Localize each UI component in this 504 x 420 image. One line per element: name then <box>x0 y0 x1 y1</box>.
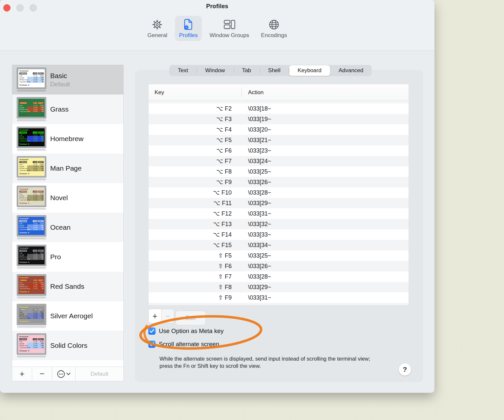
profile-name: Man Page <box>50 164 82 172</box>
thumbnail-reflection <box>17 356 46 358</box>
profile-actions-menu-button[interactable] <box>52 367 75 381</box>
column-header-action[interactable]: Action <box>242 89 263 96</box>
profile-list-item-ocean[interactable]: Terminal# COMMAND %CPU RPRVT top4.1%231K… <box>12 213 123 242</box>
thumbnail-reflection <box>17 178 46 181</box>
profile-list-item-silver-aerogel[interactable]: Terminal# COMMAND %CPU RPRVT top4.1%231K… <box>12 301 123 331</box>
action-cell: \033[31~ <box>242 210 271 217</box>
key-mapping-row[interactable]: ⌥ F7 \033[24~ <box>149 156 409 166</box>
profile-list-item-basic[interactable]: Terminal# COMMAND %CPU RPRVT top4.1%231K… <box>12 65 123 94</box>
partial-row <box>149 303 409 305</box>
table-header: Key Action <box>149 84 409 101</box>
key-mapping-row[interactable]: ⌥ F8 \033[25~ <box>149 166 409 177</box>
toolbar-item-window-groups[interactable]: Window Groups <box>205 16 253 41</box>
edit-key-button[interactable]: Edit <box>176 311 206 325</box>
gear-icon <box>150 18 164 32</box>
profile-list-item-man-page[interactable]: Terminal# COMMAND %CPU RPRVT top4.1%231K… <box>12 154 123 183</box>
profile-thumbnail: Terminal# COMMAND %CPU RPRVT top4.1%231K… <box>17 215 46 237</box>
toolbar-label-profiles: Profiles <box>179 32 198 39</box>
add-profile-button[interactable]: + <box>12 367 32 381</box>
profile-list-item-pro[interactable]: Terminal# COMMAND %CPU RPRVT top4.1%231K… <box>12 242 123 272</box>
toolbar-item-profiles[interactable]: Profiles <box>175 16 202 41</box>
use-option-as-meta-checkbox[interactable] <box>148 327 156 335</box>
tab-window[interactable]: Window <box>197 65 233 76</box>
key-cell: ⌥ F7 <box>149 158 242 165</box>
key-mapping-row[interactable]: ⌥ F10 \033[28~ <box>149 187 409 198</box>
scroll-alternate-screen-checkbox[interactable] <box>148 341 156 348</box>
help-button[interactable]: ? <box>399 363 411 376</box>
checkmark-icon <box>150 342 154 346</box>
toolbar-item-general[interactable]: General <box>143 16 171 41</box>
key-cell: ⇧ F9 <box>149 294 242 301</box>
thumbnail-reflection <box>17 326 46 328</box>
toolbar-item-encodings[interactable]: Encodings <box>257 16 291 41</box>
key-mapping-row[interactable]: ⌥ F2 \033[18~ <box>149 103 409 114</box>
action-cell: \033[29~ <box>242 284 271 291</box>
profile-list-footer: + − Default <box>12 367 123 381</box>
key-mapping-row[interactable]: ⌥ F11 \033[29~ <box>149 198 409 208</box>
remove-key-button[interactable]: − <box>161 309 174 323</box>
add-key-button[interactable]: + <box>148 309 161 323</box>
chevron-down-icon <box>66 372 71 375</box>
action-cell: \033[34~ <box>242 242 271 249</box>
key-mapping-row[interactable]: ⌥ F13 \033[32~ <box>149 219 409 229</box>
profile-name: Solid Colors <box>50 342 87 349</box>
profile-list-item-homebrew[interactable]: Terminal# COMMAND %CPU RPRVT top4.1%231K… <box>12 124 123 154</box>
profile-list-item-red-sands[interactable]: Terminal# COMMAND %CPU RPRVT top4.1%231K… <box>12 272 123 301</box>
key-cell: ⇧ F8 <box>149 284 242 291</box>
terminal-preview: Terminal# COMMAND %CPU RPRVT top4.1%231K… <box>18 158 45 176</box>
action-cell: \033[25~ <box>242 168 271 175</box>
key-mapping-row[interactable]: ⇧ F6 \033[26~ <box>149 261 409 271</box>
profile-list-item-grass[interactable]: Terminal# COMMAND %CPU RPRVT top4.1%231K… <box>12 94 123 124</box>
remove-profile-button[interactable]: − <box>32 367 52 381</box>
tab-tab[interactable]: Tab <box>234 65 260 76</box>
window-groups-icon <box>222 18 236 32</box>
key-mapping-row[interactable]: ⌥ F15 \033[34~ <box>149 240 409 250</box>
key-mapping-row[interactable]: ⌥ F4 \033[20~ <box>149 124 409 135</box>
profile-thumbnail: Terminal# COMMAND %CPU RPRVT top4.1%231K… <box>17 274 46 296</box>
profile-name: Grass <box>50 105 69 113</box>
profile-thumbnail: Terminal# COMMAND %CPU RPRVT top4.1%231K… <box>17 68 46 89</box>
key-mapping-row[interactable]: ⌥ F14 \033[33~ <box>149 229 409 240</box>
action-cell: \033[26~ <box>242 179 271 186</box>
key-mapping-row[interactable]: ⌥ F5 \033[21~ <box>149 135 409 145</box>
profile-name: Novel <box>50 194 68 202</box>
set-default-button[interactable]: Default <box>75 367 123 381</box>
tab-text[interactable]: Text <box>169 65 197 76</box>
terminal-preview: Terminal# COMMAND %CPU RPRVT top4.1%231K… <box>18 246 45 264</box>
profile-thumbnail: Terminal# COMMAND %CPU RPRVT top4.1%231K… <box>17 186 46 207</box>
profile-name: Silver Aerogel <box>50 312 93 320</box>
terminal-preview: Terminal# COMMAND %CPU RPRVT top4.1%231K… <box>18 305 45 324</box>
key-cell: ⌥ F10 <box>149 189 242 196</box>
action-cell: \033[32~ <box>242 221 271 228</box>
key-cell: ⌥ F15 <box>149 242 242 249</box>
key-mapping-row[interactable]: ⇧ F7 \033[28~ <box>149 271 409 282</box>
partial-row <box>149 101 409 103</box>
key-mapping-row[interactable]: ⌥ F12 \033[31~ <box>149 208 409 219</box>
tab-advanced[interactable]: Advanced <box>330 65 372 76</box>
key-mapping-row[interactable]: ⌥ F9 \033[26~ <box>149 177 409 187</box>
key-cell: ⌥ F11 <box>149 200 242 207</box>
key-mapping-row[interactable]: ⌥ F6 \033[23~ <box>149 145 409 156</box>
profile-list-item-solid-colors[interactable]: Terminal# COMMAND %CPU RPRVT top4.1%231K… <box>12 331 123 360</box>
key-mapping-row[interactable]: ⇧ F5 \033[25~ <box>149 250 409 261</box>
scroll-alternate-checkbox-row: Scroll alternate screen <box>148 341 219 348</box>
profile-list-item-novel[interactable]: Terminal# COMMAND %CPU RPRVT top4.1%231K… <box>12 183 123 213</box>
key-action-table: Key Action ⌥ F2 \033[18~ ⌥ F3 \033[19~ ⌥… <box>148 84 409 305</box>
key-mapping-row[interactable]: ⇧ F8 \033[29~ <box>149 282 409 292</box>
key-mapping-row[interactable]: ⇧ F9 \033[31~ <box>149 292 409 303</box>
toolbar: General <box>0 16 434 41</box>
terminal-preview: Terminal# COMMAND %CPU RPRVT top4.1%231K… <box>18 335 45 353</box>
column-divider <box>242 88 242 97</box>
profile-thumbnail: Terminal# COMMAND %CPU RPRVT top4.1%231K… <box>17 304 46 325</box>
key-mapping-row[interactable]: ⌥ F3 \033[19~ <box>149 114 409 124</box>
action-cell: \033[24~ <box>242 158 271 165</box>
tab-keyboard[interactable]: Keyboard <box>289 65 330 76</box>
use-option-as-meta-label: Use Option as Meta key <box>159 327 223 335</box>
terminal-preview: Terminal# COMMAND %CPU RPRVT top4.1%231K… <box>18 217 45 235</box>
thumbnail-reflection <box>17 238 46 240</box>
more-options-icon <box>57 370 65 378</box>
terminal-preferences-window: Profiles General <box>0 0 434 393</box>
profile-thumbnail: Terminal# COMMAND %CPU RPRVT top4.1%231K… <box>17 245 46 266</box>
tab-shell[interactable]: Shell <box>260 65 289 76</box>
column-header-key[interactable]: Key <box>149 89 242 96</box>
